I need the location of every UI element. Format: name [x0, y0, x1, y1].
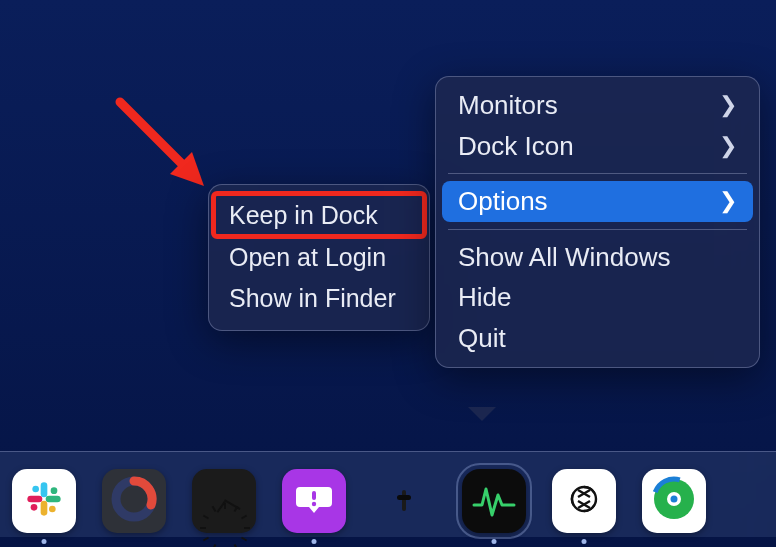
- svg-point-12: [312, 502, 316, 506]
- menu-item-label: Show All Windows: [458, 243, 670, 272]
- slack-icon: [24, 479, 64, 523]
- findmy-icon: [650, 475, 698, 527]
- feedback-icon: [294, 479, 334, 523]
- svg-rect-2: [41, 482, 48, 497]
- menu-separator: [448, 173, 747, 174]
- menu-item-label: Options: [458, 187, 548, 216]
- options-submenu: Keep in Dock Open at Login Show in Finde…: [208, 184, 430, 331]
- menu-separator: [448, 229, 747, 230]
- svg-point-6: [32, 486, 39, 493]
- dock: [0, 447, 776, 547]
- running-indicator-icon: [42, 539, 47, 544]
- menu-item-quit[interactable]: Quit: [442, 318, 753, 359]
- dock-app-ring[interactable]: [102, 469, 166, 533]
- menu-item-show-all-windows[interactable]: Show All Windows: [442, 237, 753, 278]
- dock-app-chatgpt[interactable]: [552, 469, 616, 533]
- menu-item-label: Show in Finder: [229, 285, 396, 313]
- chevron-right-icon: ❯: [719, 189, 737, 213]
- menu-item-label: Hide: [458, 283, 511, 312]
- running-indicator-icon: [312, 539, 317, 544]
- menu-item-dock-icon[interactable]: Dock Icon ❯: [442, 126, 753, 167]
- menu-anchor-icon: [468, 407, 496, 421]
- dock-app-phone-mirroring[interactable]: [372, 469, 436, 533]
- menu-item-label: Monitors: [458, 91, 558, 120]
- menu-item-hide[interactable]: Hide: [442, 277, 753, 318]
- running-indicator-icon: [492, 539, 497, 544]
- dock-items: [0, 469, 718, 533]
- menu-item-label: Dock Icon: [458, 132, 574, 161]
- chevron-right-icon: ❯: [719, 134, 737, 158]
- svg-marker-1: [170, 152, 204, 186]
- annotation-arrow: [112, 94, 222, 204]
- svg-point-17: [671, 496, 678, 503]
- svg-rect-3: [46, 496, 61, 503]
- svg-rect-4: [41, 501, 48, 516]
- menu-item-open-at-login[interactable]: Open at Login: [215, 237, 423, 279]
- openai-icon: [562, 477, 606, 525]
- activity-icon: [470, 475, 518, 527]
- chevron-right-icon: ❯: [719, 93, 737, 117]
- dock-app-find-my[interactable]: [642, 469, 706, 533]
- dock-app-activity-monitor[interactable]: [462, 469, 526, 533]
- dock-app-feedback[interactable]: [282, 469, 346, 533]
- dock-app-slack[interactable]: [12, 469, 76, 533]
- menu-item-keep-in-dock[interactable]: Keep in Dock: [215, 195, 423, 237]
- menu-item-label: Keep in Dock: [229, 202, 378, 230]
- menu-item-show-in-finder[interactable]: Show in Finder: [215, 278, 423, 320]
- svg-rect-11: [312, 491, 316, 500]
- menu-item-monitors[interactable]: Monitors ❯: [442, 85, 753, 126]
- svg-point-7: [51, 487, 58, 494]
- svg-line-0: [120, 102, 194, 176]
- dock-app-clock[interactable]: [192, 469, 256, 533]
- svg-rect-5: [27, 496, 42, 503]
- menu-item-label: Quit: [458, 324, 506, 353]
- menu-item-options[interactable]: Options ❯: [442, 181, 753, 222]
- ring-icon: [110, 475, 158, 527]
- phone-icon: [402, 492, 406, 510]
- svg-point-9: [31, 504, 38, 511]
- dock-context-menu: Monitors ❯ Dock Icon ❯ Options ❯ Show Al…: [435, 76, 760, 368]
- running-indicator-icon: [582, 539, 587, 544]
- svg-point-8: [49, 506, 56, 513]
- menu-item-label: Open at Login: [229, 244, 386, 272]
